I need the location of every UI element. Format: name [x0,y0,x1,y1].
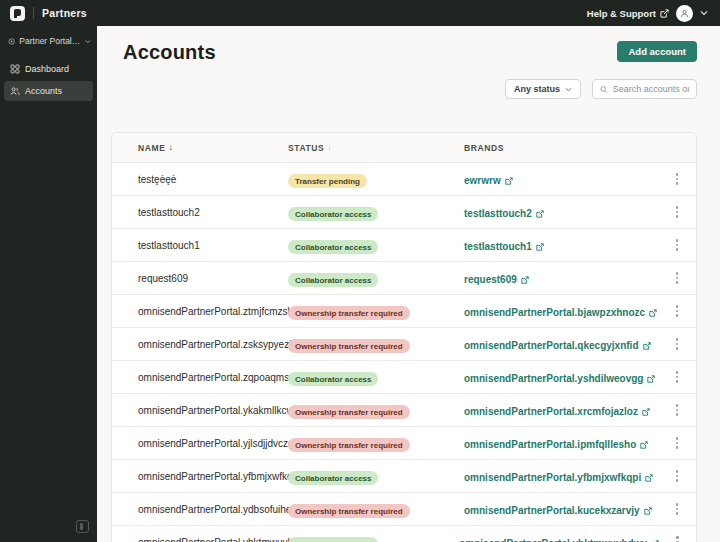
brand-link[interactable]: omnisendPartnerPortal.yfbmjxwfkqpi [464,472,653,483]
external-link-icon [649,309,657,317]
row-menu-button[interactable] [658,338,696,350]
help-support-label: Help & Support [587,8,656,19]
search-icon [600,85,608,94]
kebab-icon [676,404,679,416]
row-menu-button[interactable] [658,206,696,218]
help-support-link[interactable]: Help & Support [587,8,669,19]
account-name: omnisendPartnerPortal.zsksypyezjnu [112,339,288,350]
brands-cell: omnisendPartnerPortal.yfbmjxwfkqpi [464,467,658,485]
table-header: Name ↓ Status ↓ Brands [112,133,696,163]
column-header-status[interactable]: Status ↓ [288,143,464,153]
sidebar-item-accounts[interactable]: Accounts [4,81,93,101]
table-row: omnisendPartnerPortal.yjlsdjjdvczc Owner… [112,427,696,460]
row-menu-button[interactable] [658,173,696,185]
column-header-name[interactable]: Name ↓ [112,143,288,153]
kebab-icon [676,371,679,383]
kebab-icon [676,272,679,284]
table-row: omnisendPartnerPortal.ydbsofuihecr Owner… [112,493,696,526]
status-badge: Collaborator access [288,471,378,485]
page-title: Accounts [123,41,216,64]
account-name: omnisendPartnerPortal.ztmjfcmzsbfa [112,306,288,317]
search-input[interactable] [613,84,689,94]
external-link-icon [647,375,655,383]
workspace-label: Partner Portal test ac... [19,36,81,46]
sidebar: Partner Portal test ac... Dashboard Acco… [0,26,97,542]
status-cell: Ownership transfer required [288,500,464,519]
brand-link[interactable]: omnisendPartnerPortal.xrcmfojazloz [464,406,650,417]
row-menu-button[interactable] [658,437,696,449]
account-name: omnisendPartnerPortal.ykakmllkcwgj [112,405,288,416]
external-link-icon [505,177,513,185]
status-filter-label: Any status [514,84,560,94]
external-link-icon [644,507,652,515]
person-icon [680,9,689,18]
row-menu-button[interactable] [658,272,696,284]
account-name: testlasttouch2 [112,207,288,218]
status-cell: Ownership transfer required [288,302,464,321]
brand-divider [33,7,34,19]
status-badge: Ownership transfer required [288,405,410,419]
sidebar-nav: Dashboard Accounts [0,55,97,105]
search-box[interactable] [592,79,697,99]
omnisend-logo-icon [10,6,25,21]
status-badge: Collaborator access [288,372,378,386]
brand-link[interactable]: omnisendPartnerPortal.kucekxzarvjy [464,505,652,516]
external-link-icon [642,408,650,416]
brands-cell: request609 [464,269,658,287]
table-row: testlasttouch2 Collaborator access testl… [112,196,696,229]
table-row: omnisendPartnerPortal.yfbmjxwfkqpi Colla… [112,460,696,493]
brand-link[interactable]: omnisendPartnerPortal.ybktmwuyhdwy [459,538,659,542]
sort-desc-icon[interactable]: ↓ [327,143,332,152]
brand-link[interactable]: omnisendPartnerPortal.yshdilweovgg [464,373,655,384]
brand-link[interactable]: testlasttouch2 [464,208,544,219]
table-row: omnisendPartnerPortal.zqpoaqmsxnrx Colla… [112,361,696,394]
brand-link[interactable]: omnisendPartnerPortal.bjawpzxhnozc [464,307,657,318]
filter-bar: Any status [97,64,720,99]
brand-link[interactable]: testlasttouch1 [464,241,544,252]
avatar[interactable] [676,5,693,22]
brand-name: Partners [42,7,87,19]
page-head: Accounts Add account [97,26,720,64]
row-menu-button[interactable] [658,503,696,515]
kebab-icon [676,437,679,449]
chevron-down-icon[interactable] [700,10,708,16]
kebab-icon [676,503,679,515]
kebab-icon [676,239,679,251]
row-menu-button[interactable] [658,371,696,383]
status-badge: Ownership transfer required [288,438,410,452]
row-menu-button[interactable] [659,536,696,542]
account-name: request609 [112,273,288,284]
status-cell: Collaborator access [288,236,464,255]
brands-cell: testlasttouch2 [464,203,658,221]
row-menu-button[interactable] [658,305,696,317]
status-badge: Collaborator access [288,240,378,254]
account-name: omnisendPartnerPortal.yfbmjxwfkqpi [112,471,288,482]
brands-cell: testlasttouch1 [464,236,658,254]
brand-link[interactable]: omnisendPartnerPortal.qkecgyjxnfid [464,340,651,351]
brands-cell: omnisendPartnerPortal.ybktmwuyhdwy [459,533,659,542]
status-cell: Ownership transfer required [288,335,464,354]
brands-cell: omnisendPartnerPortal.ipmfqlllesho [464,434,658,452]
status-cell: Ownership transfer required [288,434,464,453]
status-filter-dropdown[interactable]: Any status [505,79,581,99]
chevron-down-icon [565,87,572,92]
brand-link[interactable]: request609 [464,274,529,285]
brand-link[interactable]: omnisendPartnerPortal.ipmfqlllesho [464,439,648,450]
workspace-switcher[interactable]: Partner Portal test ac... [0,26,97,55]
sidebar-item-dashboard[interactable]: Dashboard [4,59,93,79]
column-header-brands: Brands [464,143,658,153]
row-menu-button[interactable] [658,404,696,416]
collapse-sidebar-icon[interactable] [76,520,89,533]
status-badge: Collaborator access [288,273,378,287]
sort-desc-icon[interactable]: ↓ [168,143,173,152]
table-row: omnisendPartnerPortal.ybktmwuyhdwy Colla… [112,526,696,542]
sidebar-item-label: Accounts [25,86,62,96]
external-link-icon [521,276,529,284]
table-row: testęėęė Transfer pending ewrwrw [112,163,696,196]
add-account-button[interactable]: Add account [617,41,697,62]
row-menu-button[interactable] [658,239,696,251]
status-badge: Ownership transfer required [288,306,410,320]
brand-link[interactable]: ewrwrw [464,175,513,186]
kebab-icon [676,338,679,350]
row-menu-button[interactable] [658,470,696,482]
